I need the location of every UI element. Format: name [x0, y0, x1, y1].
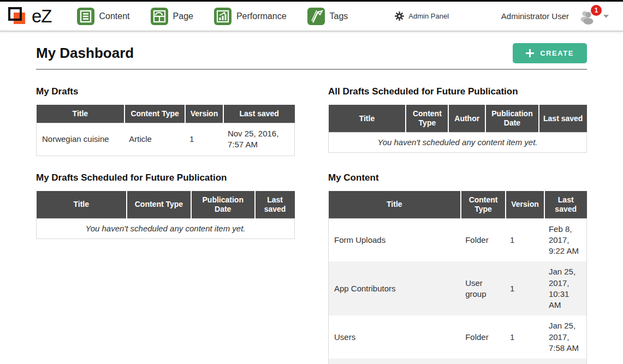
user-name: Administrator User: [501, 11, 569, 21]
user-menu[interactable]: 1: [579, 7, 598, 26]
table-row: AppFolder1Jan 25, 2017, 7:55 AM: [329, 359, 587, 364]
column-header: Publication Date: [485, 105, 539, 133]
table-row: Norwegian cuisineArticle1Nov 25, 2016, 7…: [37, 123, 295, 156]
table-row: UsersFolder1Jan 25, 2017, 7:58 AM: [329, 315, 587, 359]
cell: App Contributors: [329, 261, 461, 315]
column-header: Content Type: [406, 105, 448, 133]
nav-item-label: Performance: [236, 11, 287, 21]
header-row: TitleContent TypeVersionLast saved: [37, 105, 295, 123]
column-header: Title: [37, 105, 125, 123]
cell: Jan 25, 2017, 7:55 AM: [544, 359, 587, 364]
notification-badge[interactable]: 1: [591, 5, 602, 16]
cell: Article: [124, 123, 185, 156]
cell: Folder: [461, 359, 506, 364]
performance-icon: [214, 8, 232, 25]
section-title: My Drafts: [36, 86, 295, 97]
nav-item-tags[interactable]: Tags: [307, 8, 348, 25]
content-icon: [77, 8, 94, 25]
section-title: My Drafts Scheduled for Future Publicati…: [36, 172, 295, 183]
nav-item-label: Tags: [330, 11, 348, 21]
column-header: Publication Date: [191, 191, 255, 219]
all-drafts-scheduled-table: TitleContent TypeAuthorPublication DateL…: [328, 105, 587, 153]
nav-item-label: Page: [173, 11, 193, 21]
column-header: Title: [329, 105, 406, 133]
user-cluster: Administrator User 1: [501, 7, 609, 26]
column-header: Version: [506, 191, 544, 219]
top-navigation-bar: eZ Content Page Performan: [0, 2, 623, 32]
column-header: Last saved: [539, 105, 587, 133]
table-row: Form UploadsFolder1Feb 8, 2017, 9:22 AM: [329, 218, 587, 261]
cell: 1: [506, 359, 544, 364]
header-row: TitleContent TypePublication DateLast sa…: [37, 191, 295, 219]
admin-panel-button[interactable]: Admin Panel: [395, 11, 449, 21]
column-header: Author: [448, 105, 485, 133]
dashboard-page: My Dashboard CREATE My Drafts TitleConte…: [0, 32, 623, 364]
my-drafts-table: TitleContent TypeVersionLast savedNorweg…: [36, 105, 295, 156]
cell: Form Uploads: [329, 218, 461, 261]
table-row: App ContributorsUser group1Jan 25, 2017,…: [329, 261, 587, 315]
ez-logo-text: eZ: [32, 7, 52, 25]
cell: Folder: [461, 315, 506, 359]
my-content-table: TitleContent TypeVersionLast savedForm U…: [328, 191, 587, 364]
create-button-label: CREATE: [540, 49, 574, 57]
section-title: My Content: [328, 172, 587, 183]
page-icon: [151, 8, 168, 25]
cell: App: [329, 359, 461, 364]
cell: User group: [461, 261, 506, 315]
cell: Jan 25, 2017, 10:31 AM: [544, 261, 587, 315]
cell: Jan 25, 2017, 7:58 AM: [544, 315, 587, 359]
cell: 1: [185, 123, 223, 156]
column-header: Content Type: [124, 105, 185, 123]
page-header: My Dashboard CREATE: [36, 32, 587, 69]
ez-logo[interactable]: eZ: [8, 6, 52, 27]
empty-row: You haven't scheduled any content item y…: [37, 218, 295, 238]
column-header: Version: [185, 105, 223, 123]
nav-item-content[interactable]: Content: [77, 8, 130, 25]
column-header: Title: [37, 191, 127, 219]
section-title: All Drafts Scheduled for Future Publicat…: [328, 86, 587, 97]
chevron-down-icon[interactable]: [603, 15, 609, 18]
section-my-drafts: My Drafts TitleContent TypeVersionLast s…: [36, 86, 295, 156]
my-drafts-scheduled-table: TitleContent TypePublication DateLast sa…: [36, 191, 295, 239]
nav-item-performance[interactable]: Performance: [214, 8, 287, 25]
section-all-drafts-scheduled: All Drafts Scheduled for Future Publicat…: [328, 86, 587, 153]
column-header: Last saved: [255, 191, 295, 219]
admin-panel-label: Admin Panel: [408, 12, 449, 20]
section-my-content: My Content TitleContent TypeVersionLast …: [328, 172, 587, 364]
tags-icon: [307, 8, 325, 25]
create-button[interactable]: CREATE: [513, 43, 587, 63]
section-my-drafts-scheduled: My Drafts Scheduled for Future Publicati…: [36, 172, 295, 239]
ez-logo-mark-icon: [8, 6, 29, 27]
cell: Nov 25, 2016, 7:57 AM: [223, 123, 295, 156]
cell: 1: [506, 315, 544, 359]
header-row: TitleContent TypeAuthorPublication DateL…: [329, 105, 587, 133]
page-title: My Dashboard: [36, 45, 134, 62]
empty-row: You haven't scheduled any content item y…: [329, 133, 587, 153]
column-header: Content Type: [461, 191, 506, 219]
cell: Users: [329, 315, 461, 359]
column-header: Last saved: [223, 105, 295, 123]
cell: 1: [506, 218, 544, 261]
nav-item-label: Content: [99, 11, 130, 21]
header-row: TitleContent TypeVersionLast saved: [329, 191, 587, 219]
gear-icon: [395, 11, 404, 21]
page-divider: [36, 69, 587, 70]
column-header: Title: [329, 191, 461, 219]
cell: Norwegian cuisine: [37, 123, 125, 156]
nav-item-page[interactable]: Page: [151, 8, 193, 25]
column-header: Content Type: [127, 191, 191, 219]
empty-message: You haven't scheduled any content item y…: [37, 218, 295, 238]
cell: 1: [506, 261, 544, 315]
column-header: Last saved: [544, 191, 587, 219]
plus-icon: [526, 49, 534, 57]
dashboard-grid: My Drafts TitleContent TypeVersionLast s…: [36, 86, 587, 364]
cell: Feb 8, 2017, 9:22 AM: [544, 218, 587, 261]
empty-message: You haven't scheduled any content item y…: [329, 133, 587, 153]
cell: Folder: [461, 218, 506, 261]
